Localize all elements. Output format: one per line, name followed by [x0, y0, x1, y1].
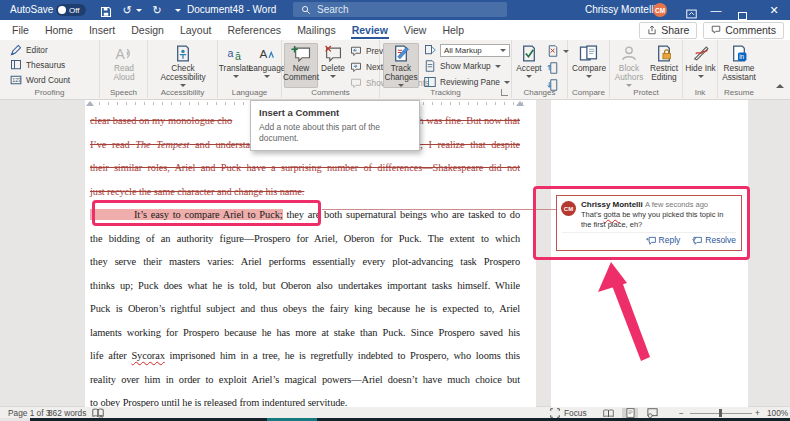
- reviewing-pane-label: Reviewing Pane: [440, 77, 500, 87]
- tab-file[interactable]: File: [4, 20, 37, 40]
- delete-comment-label: Delete: [321, 64, 345, 73]
- misspelled-word: Sycorax: [131, 350, 164, 361]
- print-layout-icon: [626, 408, 635, 418]
- comments-button[interactable]: Comments: [703, 22, 784, 39]
- ribbon-group-comments: New Comment Delete Previous Next Show Co…: [282, 40, 380, 98]
- read-mode-button[interactable]: [600, 408, 616, 418]
- svg-text:ā: ā: [235, 50, 241, 62]
- translate-icon: aā: [226, 45, 246, 62]
- svg-text:A: A: [260, 47, 268, 60]
- resolve-button[interactable]: Resolve: [692, 235, 736, 245]
- word-count-button[interactable]: 123 Word Count: [10, 73, 70, 87]
- account-avatar[interactable]: CM: [653, 3, 667, 17]
- comment-anchor-highlight[interactable]: It’s easy to compare Ariel to Puck;: [90, 209, 283, 220]
- delete-comment-icon: [323, 45, 343, 62]
- dropdown-caret: [698, 75, 704, 78]
- body-text-line: It’s easy to compare Ariel to Puck; they…: [90, 203, 520, 227]
- language-button[interactable]: A Language: [252, 43, 282, 88]
- redo-button[interactable]: ↻: [150, 0, 164, 20]
- account-name[interactable]: Chrissy Montelli: [585, 0, 656, 20]
- block-authors-button[interactable]: Block Authors: [612, 43, 646, 88]
- thesaurus-label: Thesaurus: [26, 60, 65, 70]
- previous-change-button[interactable]: [547, 61, 569, 75]
- body-text-line: laments working for Prospero because he …: [90, 321, 520, 345]
- reply-icon: [646, 236, 656, 245]
- read-aloud-label: Read Aloud: [106, 64, 142, 82]
- group-label-accessibility: Accessibility: [148, 88, 217, 97]
- restrict-editing-button[interactable]: Restrict Editing: [647, 43, 681, 88]
- block-authors-label: Block Authors: [612, 64, 646, 82]
- comment-connector-line: [322, 209, 556, 210]
- tab-view[interactable]: View: [396, 20, 435, 40]
- ribbon-display-options-icon: [686, 9, 697, 19]
- ribbon-group-tracking: Track Changes All Markup Show Markup Rev…: [380, 40, 512, 98]
- tab-help[interactable]: Help: [434, 20, 472, 40]
- translate-button[interactable]: aā Translate: [220, 43, 252, 88]
- menu-bar: File Home Insert Design Layout Reference…: [0, 20, 790, 40]
- comment-author: Chrissy Montelli: [581, 200, 643, 209]
- compare-icon: [579, 45, 599, 62]
- read-mode-icon: [603, 409, 614, 418]
- autosave-toggle[interactable]: Off: [56, 4, 86, 16]
- customize-toolbar-caret[interactable]: [175, 9, 181, 12]
- autosave-state: Off: [69, 6, 80, 15]
- track-changes-button[interactable]: Track Changes: [383, 43, 419, 88]
- comment-avatar: CM: [561, 201, 576, 216]
- tab-references[interactable]: References: [219, 20, 289, 40]
- previous-change-icon: [547, 62, 559, 74]
- reviewing-pane-button[interactable]: Reviewing Pane: [424, 75, 510, 89]
- document-title: Document48 - Word: [187, 0, 276, 20]
- tab-design[interactable]: Design: [123, 20, 172, 40]
- tab-review[interactable]: Review: [344, 20, 396, 40]
- svg-text:in: in: [739, 53, 744, 60]
- tab-layout[interactable]: Layout: [172, 20, 220, 40]
- undo-button[interactable]: ↺: [120, 0, 134, 20]
- tab-insert[interactable]: Insert: [81, 20, 123, 40]
- resume-assistant-button[interactable]: in Resume Assistant: [720, 43, 758, 88]
- editor-button[interactable]: Editor: [10, 43, 70, 57]
- ribbon-group-compare: Compare Compare: [568, 40, 610, 98]
- show-markup-button[interactable]: Show Markup: [424, 59, 510, 73]
- comment-card[interactable]: CM Chrissy Montelli A few seconds ago Th…: [556, 195, 742, 251]
- display-for-review-select[interactable]: All Markup: [424, 43, 510, 57]
- resume-assistant-icon: in: [729, 45, 749, 62]
- dropdown-caret: [264, 75, 270, 78]
- tab-home[interactable]: Home: [37, 20, 81, 40]
- group-label-compare: Compare: [568, 88, 609, 97]
- focus-icon: [550, 408, 560, 418]
- collapse-ribbon-button[interactable]: [776, 84, 784, 88]
- hide-ink-button[interactable]: Hide Ink: [685, 43, 716, 88]
- resolve-label: Resolve: [705, 235, 736, 245]
- comment-actions: Reply Resolve: [562, 232, 736, 247]
- print-layout-button[interactable]: [622, 408, 638, 418]
- accept-button[interactable]: Accept: [514, 43, 544, 88]
- deleted-text-line: just recycle the same character and chan…: [90, 180, 520, 204]
- new-comment-button[interactable]: New Comment: [284, 43, 318, 88]
- resume-assistant-label: Resume Assistant: [720, 64, 758, 82]
- zoom-slider-thumb[interactable]: [719, 409, 722, 417]
- search-input[interactable]: Search: [293, 2, 507, 17]
- reject-button[interactable]: [547, 44, 569, 58]
- restore-icon: [738, 12, 747, 20]
- dropdown-caret: [526, 75, 532, 78]
- minimize-button[interactable]: —: [708, 0, 724, 20]
- tab-mailings[interactable]: Mailings: [289, 20, 344, 40]
- hide-ink-label: Hide Ink: [685, 64, 715, 73]
- body-text-line: life after Sycorax imprisoned him in a t…: [90, 344, 520, 368]
- reply-button[interactable]: Reply: [646, 235, 681, 245]
- web-layout-button[interactable]: [644, 408, 660, 418]
- right-indent-marker[interactable]: [516, 101, 524, 106]
- svg-text:A: A: [116, 46, 126, 62]
- check-accessibility-button[interactable]: Check Accessibility: [158, 43, 208, 88]
- close-button[interactable]: ✕: [766, 0, 782, 20]
- ribbon-group-accessibility: Check Accessibility Accessibility: [148, 40, 218, 98]
- read-aloud-button[interactable]: A Read Aloud: [106, 43, 142, 88]
- share-button[interactable]: Share: [639, 22, 697, 39]
- left-indent-marker[interactable]: [86, 101, 94, 106]
- delete-comment-button[interactable]: Delete: [319, 43, 347, 88]
- undo-dropdown-caret[interactable]: [136, 9, 142, 12]
- reply-label: Reply: [659, 235, 681, 245]
- thesaurus-button[interactable]: Thesaurus: [10, 58, 70, 72]
- compare-button[interactable]: Compare: [570, 43, 608, 88]
- comment-author-line: Chrissy Montelli A few seconds ago: [581, 200, 708, 209]
